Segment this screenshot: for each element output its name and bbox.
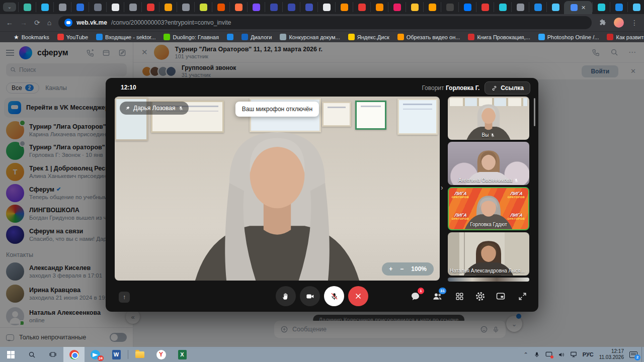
bookmark-item[interactable]: YouTube — [54, 33, 92, 42]
browser-tab[interactable] — [388, 2, 406, 12]
bookmark-item[interactable]: Входящие - sektor... — [93, 33, 159, 42]
call-chat-button[interactable]: 1 — [409, 290, 421, 302]
bookmark-item[interactable]: Диалоги — [238, 33, 276, 42]
bookmark-item[interactable]: Конкурсная докум... — [276, 33, 343, 42]
participant-tile-you[interactable]: Вы — [448, 97, 529, 140]
share-screen-button[interactable]: ↑ — [119, 292, 130, 303]
end-call-button[interactable] — [348, 286, 368, 306]
pinned-tabs[interactable] — [18, 0, 564, 14]
browser-tab[interactable] — [353, 2, 370, 12]
raise-hand-button[interactable] — [276, 286, 296, 306]
browser-tab[interactable] — [300, 2, 317, 12]
taskbar-word[interactable]: W — [106, 347, 127, 362]
browser-tab[interactable] — [18, 2, 36, 12]
tray-volume-icon[interactable] — [558, 351, 565, 358]
browser-tab[interactable] — [265, 2, 282, 12]
browser-tab[interactable] — [627, 2, 644, 12]
browser-tab[interactable] — [335, 2, 353, 12]
browser-tab[interactable] — [441, 2, 458, 12]
pinned-tabs-right[interactable] — [592, 0, 644, 14]
browser-tab[interactable] — [106, 2, 124, 12]
participant-tile[interactable]: Наталья Александровна Лыся... — [448, 232, 529, 276]
participants-button[interactable]: 31 — [431, 290, 443, 302]
action-center-icon[interactable]: 2 — [629, 351, 637, 358]
participant-tile-speaking[interactable]: ЛИГАОРАТОРОВ ЛИГАОРАТОРОВ ЛИГАОРАТОРОВ Л… — [448, 187, 529, 230]
browser-tab[interactable] — [36, 2, 53, 12]
taskbar-excel[interactable]: X — [172, 347, 193, 362]
browser-tab[interactable] — [229, 2, 247, 12]
browser-tab[interactable] — [159, 2, 177, 12]
browser-tab[interactable] — [592, 2, 610, 12]
bookmark-item[interactable]: Photoshop Online /... — [535, 33, 603, 42]
url-bar[interactable]: web.vk.me /convo/2000000003?entrypoint=c… — [58, 16, 592, 29]
active-tab[interactable]: ✕ — [564, 1, 592, 14]
bookmark-item[interactable]: Яндекс.Диск — [345, 33, 393, 42]
tray-mic-icon[interactable] — [534, 351, 540, 358]
browser-tab[interactable] — [546, 2, 564, 12]
taskbar-telegram[interactable]: 24 — [85, 347, 106, 362]
start-button[interactable] — [0, 347, 21, 362]
browser-tab[interactable] — [370, 2, 388, 12]
fullscreen-button[interactable] — [516, 290, 528, 302]
forward-icon[interactable]: → — [20, 19, 27, 26]
picture-in-picture-button[interactable] — [495, 290, 507, 302]
taskbar-clock[interactable]: 12:1711.03.2026 — [599, 348, 624, 361]
browser-tab[interactable] — [494, 2, 511, 12]
collapse-strip-chevron[interactable]: › — [441, 184, 443, 192]
bookmark-item[interactable]: Duolingo: Главная — [160, 33, 222, 42]
bookmark-item[interactable] — [223, 33, 237, 42]
home-icon[interactable]: ⌂ — [47, 19, 51, 26]
participant-tile[interactable]: Ангелина Овсянникова — [448, 142, 529, 185]
browser-tab[interactable] — [423, 2, 441, 12]
bookmark-item[interactable]: Обрезать видео он... — [394, 33, 464, 42]
settings-button[interactable] — [474, 290, 486, 302]
copy-link-button[interactable]: Ссылка — [485, 81, 530, 95]
browser-tab[interactable] — [406, 2, 423, 12]
taskbar-search-button[interactable] — [21, 347, 42, 362]
layout-grid-button[interactable] — [453, 290, 465, 302]
browser-tab[interactable] — [71, 2, 89, 12]
task-view-button[interactable] — [42, 347, 63, 362]
camera-button[interactable] — [300, 286, 320, 306]
browser-tab[interactable] — [282, 2, 300, 12]
tab-search-button[interactable]: ⌄ — [3, 3, 16, 12]
tray-screen-record-icon[interactable] — [545, 351, 552, 357]
bookmark-item[interactable]: Книга Провокация,... — [464, 33, 533, 42]
browser-tab[interactable] — [610, 2, 627, 12]
language-indicator[interactable]: РУС — [583, 352, 594, 357]
browser-tab[interactable] — [124, 2, 141, 12]
tab-close-icon[interactable]: ✕ — [581, 5, 586, 11]
browser-tab[interactable] — [212, 2, 229, 12]
participants-scrollbar[interactable] — [534, 98, 535, 126]
browser-tab[interactable] — [529, 2, 546, 12]
bookmark-item[interactable]: ★Bookmarks — [10, 33, 53, 42]
browser-tab[interactable] — [511, 2, 529, 12]
browser-tab[interactable] — [177, 2, 194, 12]
extensions-puzzle-icon[interactable] — [599, 19, 607, 27]
browser-tab[interactable] — [194, 2, 212, 12]
browser-tab[interactable] — [476, 2, 494, 12]
show-desktop-button[interactable] — [641, 347, 644, 362]
browser-tab[interactable] — [53, 2, 71, 12]
zoom-in-button[interactable]: + — [389, 265, 392, 273]
back-icon[interactable]: ← — [6, 19, 13, 26]
zoom-out-button[interactable]: − — [400, 265, 404, 273]
bookmark-item[interactable]: Как развить свой м... — [603, 33, 644, 42]
tray-network-icon[interactable] — [570, 351, 577, 357]
main-video-tile[interactable]: Дарья Лозовая Ваш микрофон отключён + − … — [115, 97, 440, 281]
video-zoom-control[interactable]: + − 100% — [382, 262, 434, 276]
taskbar-yandex[interactable]: Y — [150, 347, 172, 362]
browser-tab[interactable] — [247, 2, 265, 12]
hidden-icons-chevron[interactable]: ⌃ — [523, 352, 528, 357]
browser-tab[interactable] — [89, 2, 106, 12]
reload-icon[interactable]: ⟳ — [34, 19, 40, 26]
browser-tab[interactable] — [141, 2, 159, 12]
pinned-participant-pill[interactable]: Дарья Лозовая — [120, 102, 189, 115]
browser-menu-icon[interactable]: ⋮ — [631, 19, 638, 26]
profile-avatar[interactable] — [614, 18, 624, 28]
browser-tab[interactable] — [317, 2, 335, 12]
microphone-button-muted[interactable] — [324, 286, 344, 306]
browser-tab[interactable] — [458, 2, 476, 12]
participant-tile-partial[interactable] — [448, 278, 529, 282]
taskbar-chrome[interactable] — [63, 347, 85, 362]
